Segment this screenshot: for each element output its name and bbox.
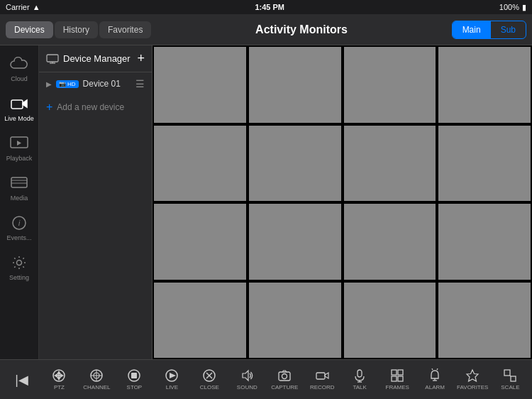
camera-cell-7[interactable] <box>343 124 438 203</box>
sidebar-label-setting: Setting <box>9 274 29 281</box>
add-plus-icon: + <box>46 101 52 114</box>
svg-marker-28 <box>243 371 248 381</box>
channel-label: CHANNEL <box>83 384 110 390</box>
playback-icon <box>9 133 29 153</box>
svg-text:i: i <box>18 219 21 227</box>
favorites-icon <box>465 368 480 383</box>
camera-cell-15[interactable] <box>343 281 438 360</box>
sidebar-item-livemode[interactable]: Live Mode <box>0 88 38 128</box>
svg-point-7 <box>17 261 22 266</box>
camera-cell-3[interactable] <box>343 45 438 124</box>
svg-rect-8 <box>47 55 58 62</box>
status-time: 1:45 PM <box>255 3 284 11</box>
svg-marker-32 <box>325 373 328 378</box>
camera-cell-12[interactable] <box>437 202 532 281</box>
camera-grid <box>153 45 532 359</box>
sidebar-label-media: Media <box>11 195 28 202</box>
toolbar-capture-button[interactable]: CAPTURE <box>269 368 300 390</box>
alarm-label: ALARM <box>425 384 445 390</box>
toolbar-stop-button[interactable]: STOP <box>118 368 150 390</box>
alarm-icon <box>428 368 442 383</box>
sidebar-item-events[interactable]: i Events... <box>0 207 38 247</box>
camera-icon <box>9 94 29 114</box>
sidebar-item-media[interactable]: Media <box>0 168 38 207</box>
media-icon <box>9 173 29 193</box>
device-name-0: Device 01 <box>83 79 131 89</box>
events-icon: i <box>9 213 29 233</box>
camera-cell-10[interactable] <box>248 202 343 281</box>
sidebar-label-cloud: Cloud <box>11 75 28 82</box>
favorites-label: FAVORITES <box>457 384 488 390</box>
status-left: Carrier ▲ <box>6 3 40 11</box>
svg-rect-38 <box>392 376 397 381</box>
camera-cell-6[interactable] <box>248 124 343 203</box>
sidebar-item-cloud[interactable]: Cloud <box>0 48 38 88</box>
capture-icon <box>277 368 292 383</box>
tab-history[interactable]: History <box>55 21 98 38</box>
toolbar-scale-button[interactable]: SCALE <box>494 368 526 390</box>
record-icon <box>315 368 329 383</box>
sound-label: SOUND <box>237 384 257 390</box>
svg-line-47 <box>510 376 511 376</box>
camera-cell-5[interactable] <box>153 124 248 203</box>
live-icon <box>165 368 179 383</box>
sidebar-label-playback: Playback <box>6 155 33 162</box>
add-device-header-button[interactable]: + <box>137 51 145 66</box>
toolbar-ptz-button[interactable]: PTZ <box>43 368 74 390</box>
sidebar-label-events: Events... <box>6 234 31 241</box>
svg-line-43 <box>437 368 438 370</box>
toolbar-sound-button[interactable]: SOUND <box>231 368 262 390</box>
camera-cell-11[interactable] <box>343 202 438 281</box>
page-title: Activity Monitors <box>255 23 348 36</box>
tab-favorites[interactable]: Favorites <box>99 21 151 38</box>
stop-label: STOP <box>127 384 143 390</box>
cloud-icon <box>9 54 29 74</box>
toolbar-live-button[interactable]: LIVE <box>156 368 187 390</box>
camera-cell-1[interactable] <box>153 45 248 124</box>
svg-rect-36 <box>392 370 397 375</box>
device-row-0[interactable]: ▶ 📷 HD Device 01 ☰ <box>39 72 152 95</box>
sub-button[interactable]: Sub <box>491 21 526 38</box>
camera-cell-4[interactable] <box>437 45 532 124</box>
camera-cell-14[interactable] <box>248 281 343 360</box>
toolbar-channel-button[interactable]: CHANNEL <box>81 368 112 390</box>
carrier-label: Carrier <box>6 3 30 11</box>
toolbar-prev-button[interactable]: |◀ <box>6 373 37 386</box>
toolbar-alarm-button[interactable]: ALARM <box>419 368 450 390</box>
chevron-right-icon: ▶ <box>46 80 52 88</box>
toolbar-talk-button[interactable]: TALK <box>344 368 375 390</box>
wifi-icon: ▲ <box>33 3 40 11</box>
svg-rect-22 <box>131 373 137 378</box>
svg-rect-33 <box>358 370 362 377</box>
main-button[interactable]: Main <box>453 21 491 38</box>
svg-rect-2 <box>11 177 27 187</box>
tab-devices[interactable]: Devices <box>6 21 53 38</box>
svg-point-30 <box>282 374 287 379</box>
svg-marker-44 <box>467 370 478 381</box>
frames-label: FRAMES <box>386 384 409 390</box>
camera-cell-13[interactable] <box>153 281 248 360</box>
device-menu-icon[interactable]: ☰ <box>135 78 145 89</box>
toolbar-favorites-button[interactable]: FAVORITES <box>457 368 488 390</box>
scale-icon <box>503 368 517 383</box>
camera-cell-8[interactable] <box>437 124 532 203</box>
channel-icon <box>89 368 104 383</box>
toolbar-record-button[interactable]: RECORD <box>306 368 338 390</box>
toolbar-frames-button[interactable]: FRAMES <box>382 368 413 390</box>
tab-group: Devices History Favorites <box>6 21 151 38</box>
top-nav: Devices History Favorites Activity Monit… <box>0 14 532 45</box>
camera-cell-2[interactable] <box>248 45 343 124</box>
svg-rect-0 <box>11 100 23 109</box>
camera-cell-9[interactable] <box>153 202 248 281</box>
frames-icon <box>390 368 404 383</box>
svg-rect-45 <box>504 370 510 376</box>
sidebar-item-setting[interactable]: Setting <box>0 247 38 287</box>
svg-rect-29 <box>279 372 290 381</box>
toolbar-close-button[interactable]: CLOSE <box>194 368 225 390</box>
device-manager-title: Device Manager <box>63 53 133 64</box>
camera-cell-16[interactable] <box>437 281 532 360</box>
sidebar-item-playback[interactable]: Playback <box>0 128 38 168</box>
battery-icon: ▮ <box>522 3 526 12</box>
add-device-row[interactable]: + Add a new device <box>39 95 152 119</box>
device-panel-header: Device Manager + <box>39 45 152 72</box>
